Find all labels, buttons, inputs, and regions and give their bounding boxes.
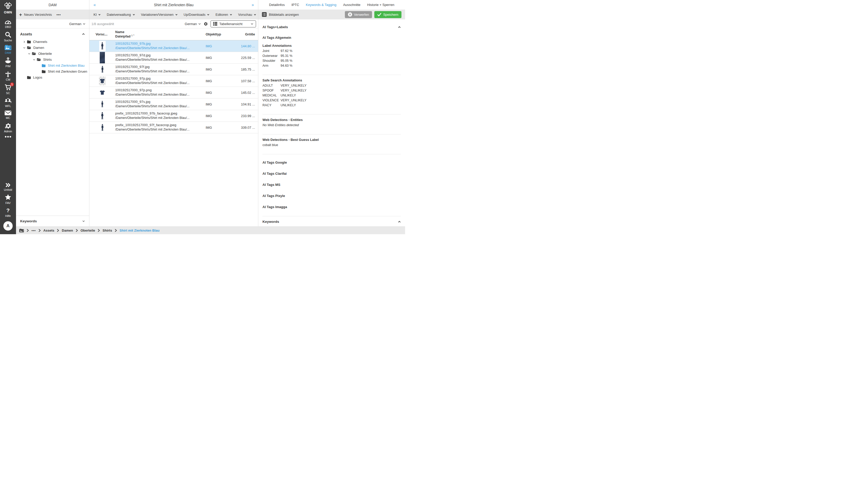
detail-toolbar: Bilddetails anzeigen Verwerfen Speichern: [258, 10, 405, 19]
settings-gear-icon[interactable]: [204, 22, 208, 26]
chevron-right-icon[interactable]: [22, 41, 26, 43]
main-language-select[interactable]: German: [185, 22, 201, 26]
annotation-row: Outerwear95.31 %: [262, 53, 401, 58]
breadcrumb-item-oberteile[interactable]: Oberteile: [81, 229, 95, 232]
col-name-path[interactable]: Name Dateipfad1 ^: [115, 30, 206, 39]
tree-item-shirt-mit-zierknoten-gruen[interactable]: Shirt mit Zierknoten Gruen: [16, 69, 89, 74]
tree-item-channels[interactable]: Channels: [16, 39, 89, 45]
tree-item-oberteile[interactable]: Oberteile: [16, 51, 89, 57]
rail-item-dam[interactable]: DAM: [0, 43, 16, 56]
menu-vorschau[interactable]: Vorschau: [238, 13, 256, 17]
collapse-right-button[interactable]: »: [251, 2, 254, 7]
chevron-up-icon[interactable]: [398, 220, 401, 223]
table-row[interactable]: 100192517000_97d.jpg/Damen/Oberteile/Shi…: [90, 52, 258, 63]
breadcrumb-item-damen[interactable]: Damen: [62, 229, 73, 232]
table-row[interactable]: 100192517000_97p.jpg/Damen/Oberteile/Shi…: [90, 75, 258, 87]
table-row[interactable]: 100192517000_97p.png/Damen/Oberteile/Shi…: [90, 87, 258, 99]
x-circle-icon: [348, 12, 352, 17]
tab-historie-sperren[interactable]: Historie + Sperren: [367, 3, 394, 7]
chevron-down-icon[interactable]: [22, 47, 26, 49]
rail-item-dbd[interactable]: DBD: [0, 17, 16, 30]
menu-up-downloads[interactable]: Up/Downloads: [184, 13, 210, 17]
tree-item-logos[interactable]: Logos: [16, 74, 89, 80]
chevron-up-icon[interactable]: [82, 32, 85, 36]
more-actions-button[interactable]: •••: [56, 13, 61, 17]
left-panel-toolbar: + Neues Verzeichnis •••: [16, 10, 89, 19]
tab-ausschnitte[interactable]: Ausschnitte: [343, 3, 360, 7]
asset-thumbnail: [100, 64, 105, 75]
menu-variationen-versionen[interactable]: Variationen/Versionen: [141, 13, 178, 17]
chevron-up-icon[interactable]: [398, 26, 401, 29]
table-row[interactable]: 100192517000_97b.jpg/Damen/Oberteile/Shi…: [90, 40, 258, 52]
best-guess-header: Web Detections - Best Guess Label: [262, 138, 401, 142]
gauge-icon: [4, 19, 12, 24]
avatar[interactable]: A: [3, 221, 13, 231]
chevron-down-icon[interactable]: [27, 52, 31, 55]
left-language-select[interactable]: German: [69, 22, 85, 26]
svg-text:P: P: [8, 58, 9, 59]
best-guess-value: cobalt blue: [262, 143, 401, 148]
sort-indicator: 1 ^: [131, 34, 134, 37]
rail-item-mc[interactable]: MC: [0, 109, 16, 121]
asset-thumbnail: [99, 111, 106, 121]
rail-item-wfl[interactable]: WFL: [0, 96, 16, 109]
rail-logo-omn[interactable]: OMN: [3, 2, 13, 14]
tree-item-damen[interactable]: Damen: [16, 45, 89, 51]
col-groesse[interactable]: Größe: [238, 32, 258, 36]
search-icon: [5, 31, 11, 38]
mail-icon: [4, 110, 12, 116]
detail-body: AI Tags+Labels AI Tags Allgemein Label A…: [258, 19, 405, 227]
breadcrumb-item-shirts[interactable]: Shirts: [103, 229, 112, 232]
save-button[interactable]: Speichern: [374, 11, 402, 18]
tab-keywords-tagging[interactable]: Keywords & Tagging: [306, 3, 336, 7]
table-row[interactable]: 100192517000_97f.jpg/Damen/Oberteile/Shi…: [90, 63, 258, 75]
annotation-row: ADULTVERY_UNLIKELY: [262, 83, 401, 88]
menu-ki[interactable]: KI: [94, 13, 101, 17]
rail-item-cm[interactable]: CM: [0, 69, 16, 82]
tree-item-shirt-mit-zierknoten-blau[interactable]: Shirt mit Zierknoten Blau: [16, 62, 89, 69]
menu-dateiverwaltung[interactable]: Dateiverwaltung: [107, 13, 135, 17]
chevron-down-icon[interactable]: [32, 58, 36, 61]
breadcrumb-image-icon[interactable]: [19, 229, 24, 233]
rail-items: DBDSucheDAMPPIMCM1SCWFLMCAdmin: [0, 17, 16, 139]
rail-logo-label: OMN: [4, 10, 12, 14]
tree-item-shirts[interactable]: Shirts: [16, 57, 89, 62]
section-header-ai-tags-imagga: AI Tags Imagga: [262, 205, 401, 209]
rail-item-fav[interactable]: FAV: [0, 193, 16, 206]
menu-editoren[interactable]: Editoren: [216, 13, 232, 17]
breadcrumb-current[interactable]: Shirt mit Zierknoten Blau: [120, 229, 160, 232]
table-row[interactable]: prefix_100192517000_97b_facecrop.jpeg/Da…: [90, 110, 258, 122]
breadcrumb-ellipsis[interactable]: •••: [32, 229, 36, 232]
collapse-left-button[interactable]: «: [94, 2, 96, 7]
table-row[interactable]: prefix_100192517000_97f_facecrop.jpeg/Da…: [90, 122, 258, 133]
tab-iptc[interactable]: IPTC: [291, 3, 299, 7]
new-directory-button[interactable]: + Neues Verzeichnis: [19, 12, 52, 17]
rail-item-more[interactable]: [0, 134, 16, 139]
rail-item-sc[interactable]: 1SC: [0, 82, 16, 96]
rail-item-suche[interactable]: Suche: [0, 30, 16, 43]
annotation-row: MEDICALUNLIKELY: [262, 93, 401, 98]
discard-button[interactable]: Verwerfen: [345, 11, 372, 18]
show-image-details-button[interactable]: Bilddetails anzeigen: [262, 12, 299, 17]
col-objekttyp[interactable]: Objekttyp: [206, 32, 238, 36]
left-panel-title: DAM: [16, 0, 89, 10]
selection-count: 1/8 ausgewählt: [92, 22, 114, 26]
caret-down-icon: [230, 13, 232, 16]
table-row[interactable]: 100192517000_97s.jpg/Damen/Oberteile/Shi…: [90, 99, 258, 110]
rail-item-unfold[interactable]: Unfold: [0, 181, 16, 193]
tab-detailinfos[interactable]: Detailinfos: [269, 3, 285, 7]
app-window: OMN DBDSucheDAMPPIMCM1SCWFLMCAdmin Unfol…: [0, 0, 405, 234]
folder-closed-icon: [42, 70, 46, 73]
folder-closed-icon: [27, 40, 31, 43]
rail-item-pim[interactable]: PPIM: [0, 56, 16, 69]
view-mode-select[interactable]: Tabellenansicht: [210, 20, 256, 27]
keywords-footer[interactable]: Keywords: [16, 215, 89, 227]
annotation-row: Shoulder95.05 %: [262, 58, 401, 63]
annotation-row: RACYUNLIKELY: [262, 103, 401, 108]
breadcrumb-item-assets[interactable]: Assets: [43, 229, 54, 232]
col-preview[interactable]: Vorsc...: [90, 32, 115, 36]
detail-panel: DetailinfosIPTCKeywords & TaggingAusschn…: [258, 0, 405, 227]
rail-item-admin[interactable]: Admin: [0, 121, 16, 134]
rail-item-hilfe[interactable]: ?Hilfe: [0, 206, 16, 219]
chevron-right-icon: [57, 229, 59, 232]
